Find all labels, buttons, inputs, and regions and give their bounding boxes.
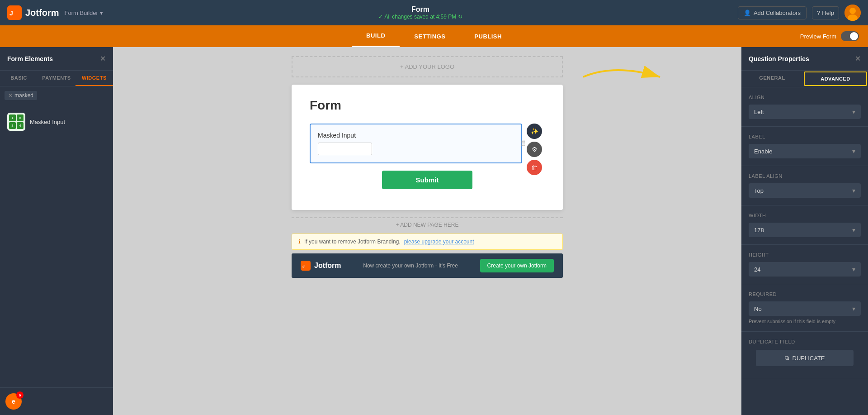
align-label: Align <box>749 95 861 100</box>
required-arrow[interactable]: ▾ <box>852 305 855 312</box>
list-item[interactable]: 1 8 3 4 Masked Input <box>4 108 109 135</box>
save-status: ✓ All changes saved at 4:59 PM ↻ <box>378 14 463 20</box>
top-header: J Jotform Form Builder ▾ Form ✓ All chan… <box>0 0 868 25</box>
add-logo-bar[interactable]: + ADD YOUR LOGO <box>292 56 563 77</box>
header-right: 👤 Add Collaborators ? Help <box>738 5 861 21</box>
trash-icon: 🗑 <box>531 164 538 171</box>
align-arrow[interactable]: ▾ <box>852 108 855 115</box>
svg-text:J: J <box>9 10 13 17</box>
avatar-image <box>844 5 861 21</box>
sidebar-user-avatar[interactable]: e 6 <box>5 393 22 410</box>
width-label: Width <box>749 213 861 218</box>
svg-text:J: J <box>302 263 304 268</box>
height-value: 24 <box>754 266 760 273</box>
tab-general[interactable]: GENERAL <box>741 71 803 87</box>
upgrade-link[interactable]: please upgrade your account <box>404 239 474 245</box>
width-arrow[interactable]: ▾ <box>852 226 855 234</box>
jotform-branding-logo: J Jotform <box>301 261 341 271</box>
delete-button[interactable]: 🗑 <box>527 160 542 175</box>
tab-widgets[interactable]: WIDGETS <box>75 71 113 86</box>
tab-publish[interactable]: PUBLISH <box>460 25 516 47</box>
magic-wand-icon: ✨ <box>531 128 538 135</box>
jotform-logo-icon: J <box>7 5 22 20</box>
branding-bar: J Jotform Now create your own Jotform - … <box>292 253 563 278</box>
label-align-arrow[interactable]: ▾ <box>852 187 855 194</box>
sidebar-tabs: BASIC PAYMENTS WIDGETS <box>0 71 113 86</box>
help-icon: ? <box>817 10 820 16</box>
chevron-down-icon: ▾ <box>100 10 103 16</box>
preview-toggle[interactable] <box>841 31 859 41</box>
user-icon: 👤 <box>744 10 751 16</box>
form-field-area: Masked Input ⠿ ✨ ⚙ 🗑 <box>310 124 522 163</box>
preview-form-label: Preview Form <box>800 33 836 40</box>
tab-settings[interactable]: SETTINGS <box>400 25 460 47</box>
main-layout: Form Elements ✕ BASIC PAYMENTS WIDGETS ✕… <box>0 47 868 415</box>
help-button[interactable]: ? Help <box>812 6 839 19</box>
form-container: Form Masked Input ⠿ ✨ ⚙ 🗑 <box>292 85 563 210</box>
add-page-bar[interactable]: + ADD NEW PAGE HERE <box>292 217 563 228</box>
label-align-label: Label Align <box>749 173 861 179</box>
svg-point-3 <box>849 8 856 14</box>
add-collaborators-button[interactable]: 👤 Add Collaborators <box>738 6 807 19</box>
submit-button[interactable]: Submit <box>382 171 472 189</box>
form-builder-button[interactable]: Form Builder ▾ <box>64 10 103 16</box>
jotform-logo[interactable]: J Jotform <box>7 5 59 20</box>
branding-warning-text: If you want to remove Jotform Branding, <box>304 239 401 245</box>
width-section: Width 178 ▾ <box>741 205 868 245</box>
preview-form-area: Preview Form <box>800 31 859 41</box>
label-align-section: Label Align Top ▾ <box>741 166 868 205</box>
search-tag[interactable]: ✕ masked <box>5 91 37 100</box>
right-panel: Question Properties ✕ GENERAL ADVANCED A… <box>741 47 868 415</box>
panel-close-button[interactable]: ✕ <box>855 54 861 63</box>
settings-button[interactable]: ⚙ <box>527 142 542 157</box>
form-title-display: Form <box>310 98 545 113</box>
branding-logo-icon: J <box>301 261 311 271</box>
search-area: ✕ masked <box>0 86 113 105</box>
magic-wand-button[interactable]: ✨ <box>527 124 542 139</box>
required-value: No <box>754 305 762 312</box>
tab-advanced[interactable]: ADVANCED <box>804 72 867 86</box>
header-center: Form ✓ All changes saved at 4:59 PM ↻ <box>378 5 463 20</box>
copy-icon: ⧉ <box>785 354 789 362</box>
tab-build[interactable]: BUILD <box>352 25 400 47</box>
sidebar-header: Form Elements ✕ <box>0 47 113 71</box>
required-hint: Prevent submission if this field is empt… <box>749 319 861 324</box>
create-jotform-button[interactable]: Create your own Jotform <box>480 259 554 272</box>
required-value-row[interactable]: No ▾ <box>749 301 861 316</box>
user-avatar[interactable] <box>844 5 861 21</box>
refresh-icon: ↻ <box>458 14 462 20</box>
field-actions: ✨ ⚙ 🗑 <box>527 124 542 175</box>
label-arrow[interactable]: ▾ <box>852 148 855 155</box>
height-label: Height <box>749 252 861 258</box>
height-arrow[interactable]: ▾ <box>852 266 855 273</box>
masked-input[interactable] <box>318 143 372 155</box>
masked-input-icon: 1 8 3 4 <box>7 113 25 131</box>
field-label: Masked Input <box>318 132 514 139</box>
label-value: Enable <box>754 148 772 155</box>
header-left: J Jotform Form Builder ▾ <box>7 5 103 20</box>
branding-tagline: Now create your own Jotform - It's Free <box>363 262 458 269</box>
required-label: Required <box>749 291 861 297</box>
height-value-row[interactable]: 24 ▾ <box>749 262 861 277</box>
remove-tag-icon[interactable]: ✕ <box>8 92 13 99</box>
tab-payments[interactable]: PAYMENTS <box>38 71 75 86</box>
bottom-user-area: e 6 <box>0 387 113 415</box>
duplicate-button[interactable]: ⧉ DUPLICATE <box>756 350 854 366</box>
required-section: Required No ▾ Prevent submission if this… <box>741 284 868 332</box>
label-align-value-row[interactable]: Top ▾ <box>749 183 861 198</box>
panel-tabs: GENERAL ADVANCED <box>741 71 868 87</box>
nav-bar: BUILD SETTINGS PUBLISH Preview Form <box>0 25 868 47</box>
label-section: Label Enable ▾ <box>741 127 868 166</box>
tab-basic[interactable]: BASIC <box>0 71 38 86</box>
label-label: Label <box>749 134 861 139</box>
width-value: 178 <box>754 227 764 234</box>
width-value-row[interactable]: 178 ▾ <box>749 223 861 237</box>
align-section: Align Left ▾ <box>741 87 868 127</box>
sidebar-close-button[interactable]: ✕ <box>100 54 106 63</box>
check-icon: ✓ <box>378 14 383 20</box>
sidebar-title: Form Elements <box>7 55 53 62</box>
label-value-row[interactable]: Enable ▾ <box>749 144 861 158</box>
label-align-value: Top <box>754 187 764 194</box>
drag-handle[interactable]: ⠿ <box>520 139 526 148</box>
align-value-row[interactable]: Left ▾ <box>749 105 861 119</box>
